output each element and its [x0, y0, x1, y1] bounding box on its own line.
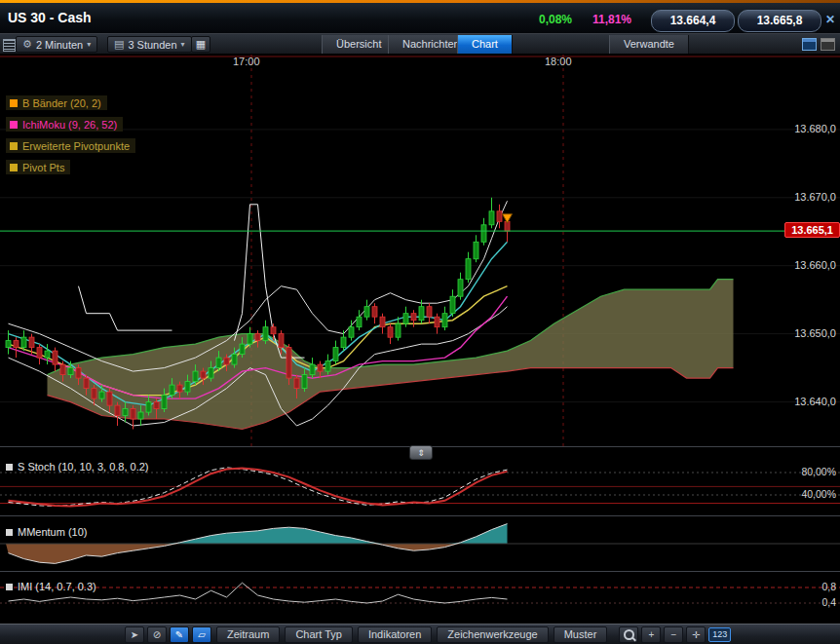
indicator-color-icon: [6, 584, 13, 590]
pencil-icon[interactable]: ✎: [170, 626, 189, 643]
zoom-controls: + − ✛ 123: [619, 626, 731, 643]
magnifier-glass-icon: [624, 629, 634, 640]
price-axis-label: 13.680,0: [794, 123, 836, 134]
chart-toolbar: ⚙ 2 Minuten ▾ ▤ 3 Stunden ▾ ▦ Übersicht …: [0, 33, 840, 54]
legend-label: Erweiterte Pivotpunkte: [22, 140, 130, 152]
magnifier-icon[interactable]: [619, 626, 638, 643]
zeichenwerkzeuge-button[interactable]: Zeichenwerkzeuge: [437, 626, 548, 643]
popout-window-icon[interactable]: [802, 38, 817, 51]
shape-tool-icon[interactable]: ▱: [192, 626, 211, 643]
cursor-icon[interactable]: ➤: [125, 626, 144, 643]
price-axis-label: 13.650,0: [794, 327, 836, 339]
indikatoren-button[interactable]: Indikatoren: [358, 626, 432, 643]
bars-icon: ▤: [114, 38, 124, 51]
current-price-tag: 13.665,1: [784, 222, 840, 238]
calendar-button[interactable]: ▦: [191, 36, 210, 53]
momentum-plot: [0, 516, 840, 571]
tab-uebersicht[interactable]: Übersicht: [322, 35, 396, 54]
change-percent: 0,08%: [539, 13, 572, 26]
imi-plot: [0, 572, 840, 624]
legend-label: B Bänder (20, 2): [22, 97, 101, 109]
range-percent: 11,81%: [592, 13, 631, 26]
imi-indicator-label[interactable]: IMI (14, 0.7, 0.3): [6, 581, 96, 592]
list-icon[interactable]: [3, 39, 16, 52]
momentum-indicator-label[interactable]: MMentum (10): [6, 526, 88, 538]
clear-drawings-icon[interactable]: ⊘: [147, 626, 167, 643]
header: US 30 - Cash 0,08% 11,81% 13.664,4 13.66…: [0, 3, 840, 33]
bbands-color-icon: [10, 99, 18, 107]
buy-price-button[interactable]: 13.665,8: [738, 10, 821, 32]
imi-panel: IMI (14, 0.7, 0.3) 0,8 0,4: [0, 571, 840, 624]
gear-icon: ⚙: [22, 38, 32, 51]
instrument-title: US 30 - Cash: [8, 10, 92, 25]
zoom-in-icon[interactable]: +: [641, 626, 661, 643]
timeframe-label: 2 Minuten: [36, 39, 83, 51]
trading-chart-window: US 30 - Cash 0,08% 11,81% 13.664,4 13.66…: [0, 0, 840, 644]
chevron-down-icon: ▾: [87, 40, 91, 49]
period-label: 3 Stunden: [128, 39, 176, 51]
panel-splitter-handle[interactable]: ⇕: [409, 445, 433, 460]
legend-item-extended-pivots[interactable]: Erweiterte Pivotpunkte: [6, 138, 135, 153]
imi-level-04: 0,4: [821, 596, 836, 608]
price-axis-label: 13.640,0: [794, 396, 836, 407]
series-pivot_a: [79, 286, 172, 330]
legend-label: Pivot Pts: [22, 162, 64, 173]
move-chart-icon[interactable]: ✛: [686, 626, 706, 643]
toolbar-right-icons: [802, 38, 835, 51]
ichimoku-color-icon: [10, 121, 18, 129]
chart-typ-button[interactable]: Chart Typ: [285, 626, 353, 643]
zeitraum-button[interactable]: Zeitraum: [216, 626, 280, 643]
period-dropdown[interactable]: ▤ 3 Stunden ▾: [107, 36, 192, 53]
legend-item-pivot-pts[interactable]: Pivot Pts: [6, 160, 70, 174]
pivot-pts-color-icon: [10, 164, 18, 171]
indicator-color-icon: [6, 529, 13, 536]
momentum-panel: MMentum (10): [0, 515, 840, 571]
muster-button[interactable]: Muster: [554, 626, 608, 643]
legend-label: IchiMoku (9, 26, 52): [22, 119, 117, 131]
stoch-level-40: 40,00%: [801, 488, 836, 500]
calendar-icon: ▦: [196, 38, 206, 51]
stoch-label-text: S Stoch (10, 10, 3, 0.8, 0.2): [18, 461, 149, 473]
time-axis-label: 17:00: [233, 56, 260, 67]
dock-window-icon[interactable]: [821, 38, 835, 51]
legend-item-bbands[interactable]: B Bänder (20, 2): [6, 95, 107, 110]
zoom-out-icon[interactable]: −: [664, 626, 683, 643]
time-axis-label: 18:00: [545, 56, 572, 67]
related-button[interactable]: Verwandte: [609, 35, 689, 54]
timeframe-dropdown[interactable]: ⚙ 2 Minuten ▾: [16, 36, 97, 53]
momentum-label-text: MMentum (10): [18, 526, 88, 538]
price-axis-label: 13.660,0: [794, 259, 836, 271]
imi-label-text: IMI (14, 0.7, 0.3): [18, 581, 96, 592]
bottom-toolbar: ➤ ⊘ ✎ ▱ Zeitraum Chart Typ Indikatoren Z…: [0, 624, 840, 644]
splitter-arrows-icon: ⇕: [417, 448, 425, 458]
stoch-level-80: 80,00%: [801, 466, 836, 477]
imi-level-08: 0,8: [821, 581, 836, 592]
stoch-indicator-label[interactable]: S Stoch (10, 10, 3, 0.8, 0.2): [6, 461, 149, 473]
momentum-negative-area: [6, 544, 508, 563]
order-marker-icon: [503, 214, 513, 223]
candlestick-chart[interactable]: [0, 55, 840, 446]
pivots-color-icon: [10, 142, 18, 150]
price-scale-123-icon[interactable]: 123: [708, 627, 731, 642]
indicator-color-icon: [6, 464, 13, 471]
price-axis-label: 13.670,0: [794, 191, 836, 203]
legend-item-ichimoku[interactable]: IchiMoku (9, 26, 52): [6, 117, 123, 132]
drawing-tool-icons: ➤ ⊘ ✎ ▱: [125, 626, 211, 643]
tab-chart[interactable]: Chart: [457, 35, 513, 54]
close-icon[interactable]: ✕: [825, 13, 835, 26]
main-chart-area: 17:00 18:00 13.680,0 13.670,0 13.660,0 1…: [0, 55, 840, 446]
chevron-down-icon: ▾: [181, 40, 185, 49]
sell-price-button[interactable]: 13.664,4: [651, 10, 735, 32]
